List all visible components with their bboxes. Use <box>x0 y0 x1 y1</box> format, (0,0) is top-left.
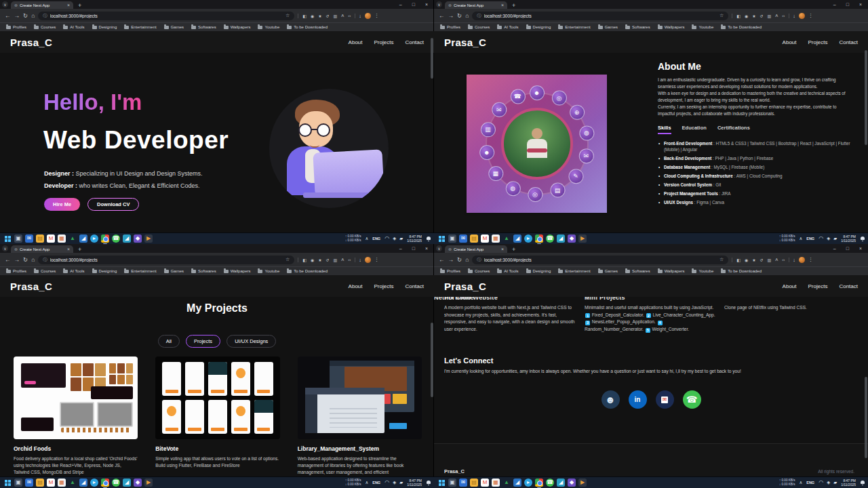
bookmark-star-icon[interactable]: ☆ <box>285 257 290 262</box>
dev-tools-icon[interactable]: ‹› <box>782 14 785 18</box>
google-drive-icon[interactable]: ▲ <box>68 235 77 243</box>
bookmark-item[interactable]: Games <box>598 25 618 29</box>
bookmark-manager-icon[interactable]: ★ <box>318 258 321 262</box>
bookmark-item[interactable]: Courses <box>34 25 56 29</box>
password-manager-icon[interactable]: ◉ <box>311 258 314 262</box>
bookmark-item[interactable]: Entertainment <box>124 269 156 273</box>
address-bar[interactable]: ⓘ localhost:3000/#projects ☆ <box>38 12 294 20</box>
translate-icon[interactable]: A <box>775 258 778 262</box>
reload-icon[interactable]: ↻ <box>457 13 462 19</box>
focus-assist-icon[interactable]: ◈ <box>827 481 830 485</box>
bookmark-item[interactable]: Entertainment <box>124 25 156 29</box>
bookmark-item[interactable]: To be Downloaded <box>287 269 328 273</box>
password-manager-icon[interactable]: ◉ <box>311 14 314 18</box>
chrome-icon[interactable] <box>535 479 543 487</box>
whatsapp-icon[interactable]: ☎ <box>546 479 554 487</box>
start-icon[interactable] <box>437 235 446 243</box>
bookmark-item[interactable]: Designing <box>526 269 551 273</box>
hidden-icons-chevron-icon[interactable]: ∧ <box>365 237 368 241</box>
taskbar-clock[interactable]: 8:47 PM 1/11/2025 <box>841 235 856 243</box>
bookmark-item[interactable]: Youtube <box>692 25 713 29</box>
notification-bell-icon[interactable] <box>426 480 431 485</box>
browser-menu-icon[interactable]: ⋮ <box>374 13 379 18</box>
file-explorer-icon[interactable]: ▤ <box>470 235 478 243</box>
gmail-icon[interactable]: M <box>47 479 55 487</box>
package-3d-icon[interactable]: ◆ <box>568 479 576 487</box>
back-icon[interactable]: ← <box>5 257 11 263</box>
file-explorer-icon[interactable]: ▤ <box>470 479 478 487</box>
chrome-icon[interactable] <box>535 235 543 243</box>
microsoft-store-icon[interactable]: ▦ <box>58 479 66 487</box>
vscode-icon[interactable]: ◢ <box>79 479 87 487</box>
onedrive-icon[interactable]: ▰ <box>833 481 837 485</box>
bookmark-item[interactable]: Courses <box>34 269 56 273</box>
language-indicator[interactable]: ENG <box>806 237 814 241</box>
microsoft-store-icon[interactable]: ▦ <box>492 235 500 243</box>
file-explorer-icon[interactable]: ▤ <box>36 235 44 243</box>
bookmark-item[interactable]: Youtube <box>692 269 713 273</box>
download-cv-button[interactable]: Download CV <box>87 198 139 211</box>
vscode-insiders-icon[interactable]: ◢ <box>557 479 565 487</box>
password-manager-icon[interactable]: ◉ <box>745 258 748 262</box>
vscode-insiders-icon[interactable]: ◢ <box>557 235 565 243</box>
package-3d-icon[interactable]: ◆ <box>134 479 142 487</box>
browser-menu-icon[interactable]: ⋮ <box>808 13 813 18</box>
dev-tools-icon[interactable]: ‹› <box>348 258 351 262</box>
file-explorer-icon[interactable]: ▤ <box>36 479 44 487</box>
address-bar[interactable]: ⓘ localhost:3000/#projects ☆ <box>472 256 728 264</box>
telegram-icon[interactable]: ▸ <box>524 479 532 487</box>
tab-close-icon[interactable]: × <box>501 247 504 251</box>
language-indicator[interactable]: ENG <box>806 481 814 485</box>
tab-close-icon[interactable]: × <box>501 3 504 7</box>
nav-link-about[interactable]: About <box>783 39 797 45</box>
language-indicator[interactable]: ENG <box>372 237 380 241</box>
nav-link-about[interactable]: About <box>349 39 363 45</box>
onedrive-icon[interactable]: ▰ <box>399 237 403 241</box>
gmail-icon[interactable]: M <box>481 235 489 243</box>
tab-search-chevron-icon[interactable]: ∨ <box>2 245 8 251</box>
bookmark-star-icon[interactable]: ☆ <box>719 13 724 18</box>
bookmark-item[interactable]: Profiles <box>440 25 460 29</box>
tab-search-chevron-icon[interactable]: ∨ <box>2 1 8 7</box>
bookmark-item[interactable]: To be Downloaded <box>287 25 328 29</box>
translate-icon[interactable]: A <box>341 14 344 18</box>
site-info-icon[interactable]: ⓘ <box>43 13 47 19</box>
history-icon[interactable]: ↺ <box>760 14 764 18</box>
bookmark-item[interactable]: Youtube <box>258 25 279 29</box>
start-icon[interactable] <box>3 235 12 243</box>
bookmark-item[interactable]: Wallpapers <box>224 25 251 29</box>
chrome-icon[interactable] <box>101 479 109 487</box>
onedrive-icon[interactable]: ▰ <box>399 481 403 485</box>
bookmark-item[interactable]: Profiles <box>6 269 26 273</box>
microsoft-store-icon[interactable]: ▦ <box>58 235 66 243</box>
browser-menu-icon[interactable]: ⋮ <box>374 257 379 262</box>
scrollbar-thumb[interactable] <box>431 38 433 79</box>
vscode-insiders-icon[interactable]: ◢ <box>123 479 131 487</box>
vscode-icon[interactable]: ◢ <box>79 235 87 243</box>
nav-link-about[interactable]: About <box>783 283 797 289</box>
reading-list-icon[interactable]: ▥ <box>768 14 772 18</box>
bookmark-item[interactable]: To be Downloaded <box>721 269 762 273</box>
google-drive-icon[interactable]: ▲ <box>68 479 77 487</box>
home-icon[interactable]: ⌂ <box>465 257 469 263</box>
browser-tab[interactable]: ⊛ Create Next App × <box>11 245 73 253</box>
bookmark-item[interactable]: Courses <box>468 269 490 273</box>
vscode-icon[interactable]: ◢ <box>513 479 521 487</box>
forward-icon[interactable]: → <box>14 257 20 263</box>
chrome-icon[interactable] <box>101 235 109 243</box>
reading-list-icon[interactable]: ▥ <box>334 14 338 18</box>
wifi-icon[interactable]: ◠ <box>818 236 823 241</box>
nox-player-icon[interactable]: ▶ <box>578 235 587 243</box>
bookmark-manager-icon[interactable]: ★ <box>752 14 755 18</box>
history-icon[interactable]: ↺ <box>760 258 764 262</box>
translate-icon[interactable]: A <box>341 258 344 262</box>
google-drive-icon[interactable]: ▲ <box>502 235 511 243</box>
taskbar-clock[interactable]: 8:47 PM 1/11/2025 <box>407 479 422 487</box>
maximize-button[interactable]: □ <box>846 246 849 251</box>
notification-bell-icon[interactable] <box>860 480 865 485</box>
wifi-icon[interactable]: ◠ <box>384 480 389 485</box>
bookmark-item[interactable]: Wallpapers <box>658 269 685 273</box>
scrollbar-thumb[interactable] <box>431 323 433 397</box>
browser-menu-icon[interactable]: ⋮ <box>808 257 813 262</box>
bookmark-manager-icon[interactable]: ★ <box>752 258 755 262</box>
